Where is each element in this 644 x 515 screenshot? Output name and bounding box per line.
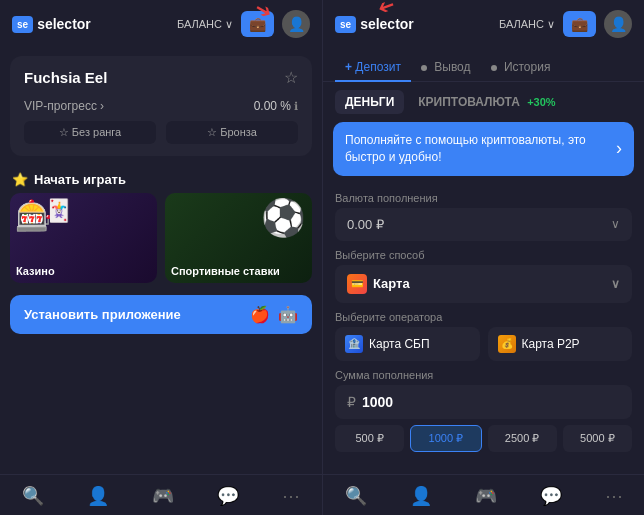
install-button[interactable]: Установить приложение 🍎 🤖	[10, 295, 312, 334]
operator-label: Выберите оператора	[335, 311, 632, 323]
right-nav-search[interactable]: 🔍	[337, 483, 375, 509]
tab-deposit[interactable]: + Депозит	[335, 54, 411, 82]
sports-label: Спортивные ставки	[171, 265, 280, 277]
info-icon[interactable]: ℹ	[294, 100, 298, 113]
crypto-bonus: +30%	[527, 96, 555, 108]
vip-value: 0.00 % ℹ	[254, 99, 298, 113]
rank-row: ☆ Без ранга ☆ Бронза	[24, 121, 298, 144]
p2p-icon: 💰	[498, 335, 516, 353]
sbp-button[interactable]: 🏦 Карта СБП	[335, 327, 480, 361]
qa-5000[interactable]: 5000 ₽	[563, 425, 632, 452]
currency-select[interactable]: 0.00 ₽ ∨	[335, 208, 632, 241]
profile-icon: 👤	[87, 485, 109, 507]
vip-label[interactable]: VIP-прогресс ›	[24, 99, 104, 113]
right-balance-button[interactable]: БАЛАНС ∨	[499, 18, 555, 31]
dot-icon-withdraw	[421, 65, 427, 71]
nav-chat[interactable]: 💬	[209, 483, 247, 509]
sports-card[interactable]: ⚽ Спортивные ставки	[165, 193, 312, 283]
method-label: Выберите способ	[335, 249, 632, 261]
nav-profile[interactable]: 👤	[79, 483, 117, 509]
rank-no-rank: ☆ Без ранга	[24, 121, 156, 144]
install-label: Установить приложение	[24, 307, 181, 322]
right-header: se selector БАЛАНС ∨ 💼 👤 ➔	[323, 0, 644, 48]
left-logo: se selector	[12, 16, 91, 33]
games-icon: 🎮	[152, 485, 174, 507]
vip-chevron: ›	[100, 99, 104, 113]
plus-icon: +	[345, 60, 352, 74]
history-tab-label: История	[504, 60, 551, 74]
method-select[interactable]: 💳 Карта ∨	[335, 265, 632, 303]
right-games-icon: 🎮	[475, 485, 497, 507]
rank-bronze: ☆ Бронза	[166, 121, 298, 144]
more-icon: ⋯	[282, 485, 300, 507]
right-header-right: БАЛАНС ∨ 💼 👤	[499, 10, 632, 38]
sbp-icon: 🏦	[345, 335, 363, 353]
p2p-button[interactable]: 💰 Карта P2P	[488, 327, 633, 361]
right-wallet-button[interactable]: 💼	[563, 11, 596, 37]
qa-1000[interactable]: 1000 ₽	[410, 425, 481, 452]
promo-banner[interactable]: Пополняйте с помощью криптовалюты, это б…	[333, 122, 634, 176]
right-logo-icon: se	[335, 16, 356, 33]
quick-amounts: 500 ₽ 1000 ₽ 2500 ₽ 5000 ₽	[335, 425, 632, 452]
method-value: Карта	[373, 276, 410, 291]
deposit-tabs: + Депозит Вывод История	[323, 48, 644, 82]
balance-button[interactable]: БАЛАНС ∨	[177, 18, 233, 31]
withdrawal-tab-label: Вывод	[434, 60, 470, 74]
casino-art2: 🃏	[45, 198, 72, 224]
right-logo-text: selector	[360, 16, 414, 32]
vip-row: VIP-прогресс › 0.00 % ℹ	[24, 99, 298, 113]
qa-500[interactable]: 500 ₽	[335, 425, 404, 452]
apple-icon: 🍎	[250, 305, 270, 324]
right-chat-icon: 💬	[540, 485, 562, 507]
right-logo: se selector	[335, 16, 414, 33]
amount-value: 1000	[362, 394, 393, 410]
start-emoji: ⭐	[12, 172, 28, 187]
logo-text: selector	[37, 16, 91, 32]
right-nav-games[interactable]: 🎮	[467, 483, 505, 509]
operator-row: 🏦 Карта СБП 💰 Карта P2P	[335, 327, 632, 361]
search-icon: 🔍	[22, 485, 44, 507]
right-nav-chat[interactable]: 💬	[532, 483, 570, 509]
money-tab-label: ДЕНЬГИ	[345, 95, 394, 109]
crypto-tab[interactable]: КРИПТОВАЛЮТА +30%	[408, 90, 565, 114]
left-bottom-nav: 🔍 👤 🎮 💬 ⋯	[0, 474, 322, 515]
vip-percent: 0.00 %	[254, 99, 291, 113]
nav-search[interactable]: 🔍	[14, 483, 52, 509]
android-icon: 🤖	[278, 305, 298, 324]
p2p-label: Карта P2P	[522, 337, 580, 351]
casino-card[interactable]: 🎰 🃏 Казино	[10, 193, 157, 283]
currency-chevron-icon: ∨	[611, 217, 620, 231]
card-icon: 💳	[347, 274, 367, 294]
right-nav-more[interactable]: ⋯	[597, 483, 631, 509]
nav-games-active[interactable]: 🎮	[144, 483, 182, 509]
money-tab[interactable]: ДЕНЬГИ	[335, 90, 404, 114]
promo-arrow-icon: ›	[616, 138, 622, 159]
crypto-tab-label: КРИПТОВАЛЮТА	[418, 95, 520, 109]
deposit-form: Валюта пополнения 0.00 ₽ ∨ Выберите спос…	[323, 184, 644, 452]
user-card-header: Fuchsia Eel ☆	[24, 68, 298, 87]
right-chevron-icon: ∨	[547, 18, 555, 31]
tab-withdrawal[interactable]: Вывод	[411, 54, 481, 82]
amount-input[interactable]: ₽ 1000	[335, 385, 632, 419]
right-profile-icon: 👤	[410, 485, 432, 507]
sports-bg: ⚽ Спортивные ставки	[165, 193, 312, 283]
sports-art: ⚽	[261, 197, 306, 239]
star-icon[interactable]: ☆	[284, 68, 298, 87]
right-more-icon: ⋯	[605, 485, 623, 507]
username: Fuchsia Eel	[24, 69, 107, 86]
casino-bg: 🎰 🃏 Казино	[10, 193, 157, 283]
method-chevron-icon: ∨	[611, 277, 620, 291]
tab-history[interactable]: История	[481, 54, 561, 82]
chevron-down-icon: ∨	[225, 18, 233, 31]
chat-icon: 💬	[217, 485, 239, 507]
right-nav-profile[interactable]: 👤	[402, 483, 440, 509]
start-label: Начать играть	[34, 172, 126, 187]
money-crypto-tabs: ДЕНЬГИ КРИПТОВАЛЮТА +30%	[323, 82, 644, 122]
left-header-right: БАЛАНС ∨ 💼 👤	[177, 10, 310, 38]
avatar-button[interactable]: 👤	[282, 10, 310, 38]
nav-more[interactable]: ⋯	[274, 483, 308, 509]
qa-2500[interactable]: 2500 ₽	[488, 425, 557, 452]
right-avatar-button[interactable]: 👤	[604, 10, 632, 38]
wallet-button[interactable]: 💼	[241, 11, 274, 37]
amount-label: Сумма пополнения	[335, 369, 632, 381]
